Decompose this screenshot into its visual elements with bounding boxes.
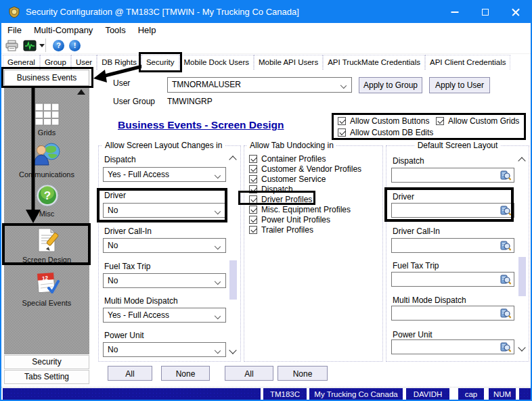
misc-icon[interactable]: ? [36,184,59,207]
checkbox-checked-icon [249,185,257,193]
tab-api-truckmate-credentials[interactable]: API TruckMate Credentials [323,55,425,70]
sidebar-footer-tabs-setting[interactable]: Tabs Setting [4,370,89,384]
screen-design-icon[interactable] [35,227,60,253]
allow-custom-db-edits-checkbox[interactable]: Allow Custom DB Edits [338,128,433,138]
power-unit-select[interactable]: No [103,342,226,357]
default-power-unit-field[interactable] [391,339,514,354]
svg-text:?: ? [44,189,51,202]
fuel-tax-trip-select[interactable]: No [103,273,226,288]
dispatch-select[interactable]: Yes - Full Access [103,167,226,182]
allow-custom-buttons-checkbox[interactable]: Allow Custom Buttons [338,116,429,126]
communications-icon[interactable] [32,142,62,168]
sidebar-footer-security[interactable]: Security [4,355,89,369]
window-title: Security Configuration @ TM183C [TMWIN -… [26,1,299,23]
tab-mobile-dock-users[interactable]: Mobile Dock Users [179,55,254,70]
chevron-down-icon [215,313,221,319]
info-icon[interactable]: ! [69,40,81,51]
default-driver-label: Driver [393,192,414,202]
sidebar-item-special-events[interactable]: Special Events [4,299,89,307]
driver-call-in-label: Driver Call-In [104,227,152,236]
print-icon[interactable] [5,40,19,51]
tab-mobile-api-users[interactable]: Mobile API Users [254,55,323,70]
grids-icon[interactable] [35,103,60,126]
dispatch-checkbox[interactable]: Dispatch [249,185,293,195]
checkbox-checked-icon [338,117,346,125]
checkbox-checked-icon [249,216,257,224]
user-combobox[interactable]: TMNORMALUSER [167,77,352,93]
misc-equipment-profiles-checkbox[interactable]: Misc. Equipment Profiles [249,205,351,215]
tab-security[interactable]: Security [141,55,179,70]
special-events-icon[interactable]: 12 [35,270,60,296]
fuel-tax-trip-label: Fuel Tax Trip [104,262,150,271]
sidebar-scroll-up-icon[interactable] [77,89,85,95]
maximize-button[interactable] [470,1,500,23]
default-fuel-tax-trip-label: Fuel Tax Trip [393,261,439,270]
customer-vendor-profiles-checkbox[interactable]: Customer & Vendor Profiles [249,164,361,174]
apply-to-group-button[interactable]: Apply to Group [359,77,422,93]
power-unit-profiles-checkbox[interactable]: Power Unit Profiles [249,215,330,225]
customer-service-checkbox[interactable]: Customer Service [249,174,326,185]
sidebar-header-business-events[interactable]: Business Events [4,70,89,86]
chevron-down-icon [215,279,221,285]
container-profiles-checkbox[interactable]: Container Profiles [249,154,326,164]
title-bar: Security Configuration @ TM183C [TMWIN -… [1,1,531,23]
lookup-icon[interactable] [500,205,512,216]
arrowhead-left-icon [93,70,107,82]
power-unit-label: Power Unit [104,331,144,340]
lookup-icon[interactable] [500,308,512,319]
default-dispatch-field[interactable] [391,168,514,183]
scrollbar-thumb[interactable] [229,260,237,300]
sidebar-item-screen-design[interactable]: Screen Design [4,256,89,264]
default-power-unit-label: Power Unit [393,330,433,339]
apply-to-user-button[interactable]: Apply to User [429,77,490,93]
close-button[interactable] [500,1,531,23]
lookup-icon[interactable] [500,341,512,353]
driver-select[interactable]: No [103,203,226,218]
default-fuel-tax-trip-field[interactable] [391,272,514,287]
menu-file[interactable]: File [1,23,28,37]
sidebar-category-panel [4,87,89,354]
default-driver-field[interactable] [391,203,514,218]
driver-call-in-select[interactable]: No [103,238,226,253]
tab-api-client-credentials[interactable]: API Client Credentials [425,55,511,70]
all-button-undocking[interactable]: All [225,366,273,381]
tab-db-rights[interactable]: DB Rights [97,55,141,70]
none-button-layout[interactable]: None [161,366,210,381]
tab-group[interactable]: Group [40,55,71,70]
sidebar-item-grids[interactable]: Grids [4,128,89,137]
sidebar-item-misc[interactable]: Misc [4,210,89,218]
driver-profiles-checkbox[interactable]: Driver Profiles [249,195,312,205]
menu-multi-company[interactable]: Multi-Company [28,23,99,37]
default-multi-mode-dispatch-field[interactable] [391,306,514,321]
checkbox-checked-icon [249,165,257,173]
toolbar-dropdown-caret[interactable] [39,44,45,47]
menu-tools[interactable]: Tools [99,23,131,37]
default-multi-mode-dispatch-label: Multi Mode Dispatch [393,296,466,305]
allow-custom-grids-checkbox[interactable]: Allow Custom Grids [436,116,519,126]
sidebar-item-communications[interactable]: Communications [4,170,89,179]
all-button-layout[interactable]: All [108,366,152,381]
multi-mode-dispatch-select[interactable]: Yes - Full Access [103,308,226,323]
tab-general[interactable]: General [3,55,40,70]
minimize-button[interactable] [439,1,470,23]
menu-help[interactable]: Help [132,23,162,37]
lookup-icon[interactable] [500,170,512,181]
default-driver-call-in-field[interactable] [391,238,514,253]
dispatch-label: Dispatch [104,155,136,164]
help-icon[interactable]: ? [53,40,64,51]
tab-user[interactable]: User [71,55,97,70]
checkbox-checked-icon [249,175,257,183]
checkbox-checked-icon [338,128,346,137]
monitor-icon[interactable] [23,40,37,51]
trailer-profiles-checkbox[interactable]: Trailer Profiles [249,225,313,235]
tab-undocking-header: Allow Tab Undocking in [247,141,336,150]
none-button-undocking[interactable]: None [278,366,328,381]
lookup-icon[interactable] [500,274,512,285]
chevron-down-icon [215,208,221,214]
layout-changes-header: Allow Screen Layout Changes in [102,141,225,150]
lookup-icon[interactable] [500,240,512,252]
chevron-down-icon [215,243,221,250]
scrollbar-thumb[interactable] [518,257,526,296]
app-badge-icon [8,6,20,18]
checkbox-checked-icon [249,206,257,214]
